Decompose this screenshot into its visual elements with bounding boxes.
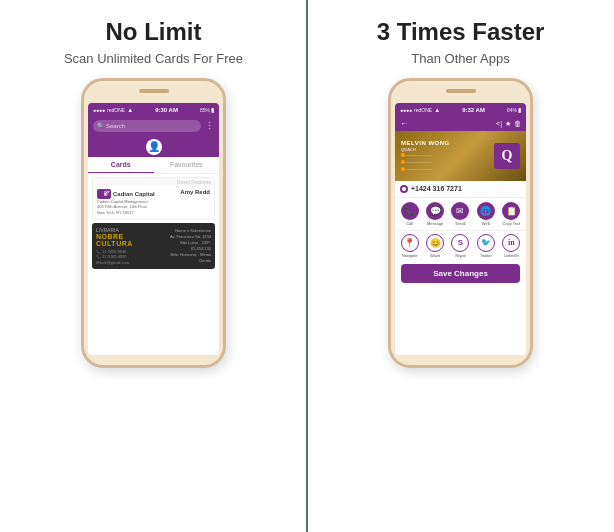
action-row-2: 📍 Navigate 😊 Waze S Skype 🐦 Twitter [395,231,526,261]
menu-icon: ⋮ [205,121,214,131]
message-label: Message [427,221,443,226]
phone-save-button[interactable]: Save Changes [401,264,520,283]
linkedin-label: LinkedIn [504,253,519,258]
right-nav: ← <| ★ 🗑 [395,117,526,131]
battery-icon: ▮ [211,106,214,113]
time-display: 9:30 AM [155,107,178,113]
r-signal: ●●●● [400,107,412,113]
left-phone: ●●●● redONE ▲ 9:30 AM 85% ▮ 🔍 Search [81,78,226,368]
r-battery-icon: ▮ [518,106,521,113]
avatar: 👤 [146,139,162,155]
action-waze[interactable]: 😊 Waze [426,234,444,258]
call-label: Call [406,221,413,226]
r-wifi: ▲ [434,107,440,113]
action-email[interactable]: ✉ Email [451,202,469,226]
share-icon[interactable]: <| [496,120,502,127]
delete-icon[interactable]: 🗑 [514,120,521,127]
phone-tabs: Cards Favourites [88,157,219,174]
r-time: 9:32 AM [462,107,485,113]
web-label: Web [482,221,490,226]
search-box[interactable]: 🔍 Search [93,120,201,132]
avatar-icon: 👤 [148,141,160,152]
action-call[interactable]: 📞 Call [401,202,419,226]
left-status-bar: ●●●● redONE ▲ 9:30 AM 85% ▮ [88,103,219,117]
search-placeholder: Search [106,123,125,129]
waze-label: Waze [430,253,440,258]
left-search-bar: 🔍 Search ⋮ [88,117,219,137]
navigate-label: Navigate [402,253,418,258]
copy-icon: 📋 [502,202,520,220]
phone-pin-icon [400,185,408,193]
phone-number-row: +1424 316 7271 [395,181,526,198]
left-title: No Limit [106,18,202,47]
nobre-details-right: Nome e Sobrenome Av. Francisco Sá, 1234 … [160,228,211,264]
battery-text: 85% [200,107,210,113]
business-card-image: MELVIN WONG QOACH ───────── ───────── [395,131,526,181]
message-icon: 💬 [426,202,444,220]
right-subtitle: Than Other Apps [411,51,509,66]
wifi-icon: ▲ [127,107,133,113]
action-twitter[interactable]: 🐦 Twitter [477,234,495,258]
twitter-icon: 🐦 [477,234,495,252]
skype-label: Skype [455,253,466,258]
right-phone: ●●●● redONE ▲ 9:32 AM 84% ▮ ← <| ★ [388,78,533,368]
avatar-area: 👤 [88,137,219,157]
right-panel: 3 Times Faster Than Other Apps ●●●● redO… [307,0,614,532]
email-icon: ✉ [451,202,469,220]
signal-text: ●●●● [93,107,105,113]
copy-label: Copy Text [502,221,520,226]
card-nobre: LIVRARIA NOBRE CULTURA 📞 11.2628.0640 📞 … [92,223,215,270]
action-linkedin[interactable]: in LinkedIn [502,234,520,258]
twitter-label: Twitter [480,253,492,258]
navigate-icon: 📍 [401,234,419,252]
tab-favourites[interactable]: Favourites [154,157,220,173]
carrier-text: redONE [107,107,125,113]
skype-icon: S [451,234,469,252]
cadian-logo: 𝒞 Cadian Capital [97,189,155,199]
cadian-details: Cadian Capital Management 406 Fifth Aven… [97,199,155,216]
r-carrier: redONE [414,107,432,113]
search-icon: 🔍 [97,122,104,129]
card-name-right: Amy Redd [180,189,210,195]
star-icon[interactable]: ★ [505,120,511,128]
action-skype[interactable]: S Skype [451,234,469,258]
action-message[interactable]: 💬 Message [426,202,444,226]
qoach-logo: Q [494,143,520,169]
nobre-name: NOBRE CULTURA [96,233,160,247]
card-label: Direct Features [93,178,214,186]
phone-save-area: Save Changes [395,261,526,286]
bc-name: MELVIN WONG QOACH [401,139,450,153]
action-row-1: 📞 Call 💬 Message ✉ Email 🌐 Web [395,198,526,231]
logo-letter: 𝒞 [102,190,107,198]
dot3 [401,167,405,171]
r-battery: 84% [507,107,517,113]
action-navigate[interactable]: 📍 Navigate [401,234,419,258]
call-icon: 📞 [401,202,419,220]
action-copy[interactable]: 📋 Copy Text [502,202,520,226]
company-name: Cadian Capital [113,191,155,197]
main-container: No Limit Scan Unlimited Cards For Free ●… [0,0,614,532]
waze-icon: 😊 [426,234,444,252]
linkedin-icon: in [502,234,520,252]
left-panel: No Limit Scan Unlimited Cards For Free ●… [0,0,307,532]
email-label: Email [455,221,465,226]
web-icon: 🌐 [477,202,495,220]
dot1 [401,153,405,157]
dot2 [401,160,405,164]
back-icon[interactable]: ← [400,119,408,128]
right-status-bar: ●●●● redONE ▲ 9:32 AM 84% ▮ [395,103,526,117]
action-web[interactable]: 🌐 Web [477,202,495,226]
left-subtitle: Scan Unlimited Cards For Free [64,51,243,66]
right-phone-screen: ●●●● redONE ▲ 9:32 AM 84% ▮ ← <| ★ [395,103,526,355]
right-title: 3 Times Faster [377,18,545,47]
phone-number: +1424 316 7271 [411,185,462,192]
card-cadian: Direct Features 𝒞 Cadian Capital Cadian … [92,177,215,220]
left-phone-screen: ●●●● redONE ▲ 9:30 AM 85% ▮ 🔍 Search [88,103,219,355]
divider [306,0,308,532]
tab-cards[interactable]: Cards [88,157,154,173]
